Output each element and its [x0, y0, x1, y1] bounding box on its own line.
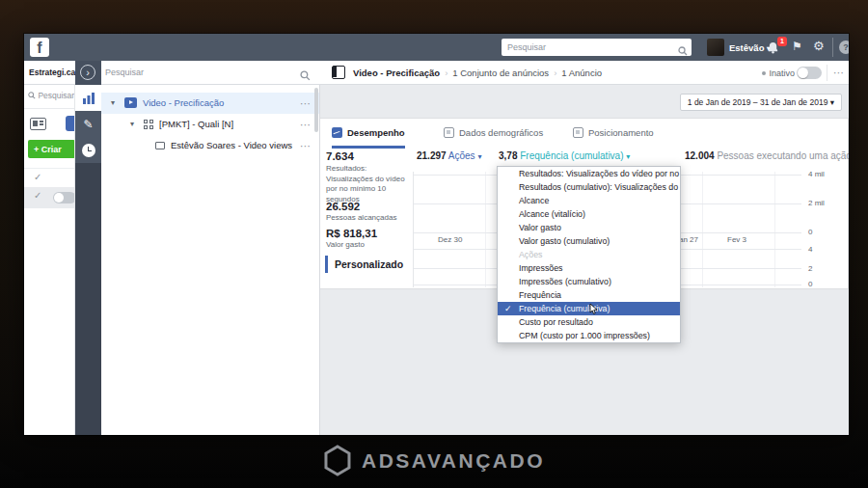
y-axis-tick: 4 mil — [808, 170, 825, 178]
dropdown-item[interactable]: Resultados: Visualizações do vídeo por n… — [498, 167, 680, 180]
more-options-button[interactable]: ⋯ — [300, 93, 312, 114]
tree-search-input[interactable] — [105, 63, 298, 82]
user-menu[interactable]: Estêvão ▾ — [729, 42, 771, 53]
dropdown-item[interactable]: Resultados (cumulativo): Visualizações d… — [498, 180, 680, 194]
campaign-folder-icon — [124, 97, 137, 108]
x-axis-tick: Fev 3 — [727, 235, 746, 244]
subheader-row: Estrategi.ca › Video - Precificação›1 Co… — [24, 61, 849, 85]
dropdown-item[interactable]: Impressões — [498, 261, 680, 275]
tree-item-ad[interactable]: Estêvão Soares - Video views ⋯ — [101, 135, 319, 156]
more-options-button[interactable]: ⋯ — [833, 67, 845, 79]
watermark-text: ADSAVANÇADO — [362, 449, 545, 473]
caret-down-icon[interactable]: ▾ — [111, 93, 115, 114]
y-axis-tick: 0 — [808, 280, 812, 288]
dropdown-item[interactable]: CPM (custo por 1.000 impressões) — [498, 329, 680, 342]
y-axis-tick: 2 — [808, 264, 812, 273]
dropdown-item[interactable]: Impressões (cumulativo) — [498, 275, 680, 288]
chevron-down-icon: ▾ — [477, 152, 481, 161]
custom-metrics-label[interactable]: Personalizado — [325, 256, 403, 273]
date-range-button[interactable]: 1 de Jan de 2019 – 31 de Jan de 2019 ▾ — [680, 94, 842, 111]
global-search-input[interactable] — [502, 39, 692, 56]
divider — [24, 108, 75, 109]
account-name[interactable]: Estrategi.ca — [24, 61, 75, 85]
crumb-sep-icon: › — [445, 68, 448, 78]
y-axis-tick: 2 mil — [808, 199, 825, 207]
flag-icon[interactable]: ⚑ — [792, 40, 802, 53]
dropdown-item[interactable]: Frequência — [498, 288, 680, 302]
more-options-button[interactable]: ⋯ — [300, 135, 312, 156]
breadcrumb-campaign[interactable]: Video - Precificação — [353, 68, 440, 78]
ad-icon — [155, 142, 165, 149]
divider — [827, 65, 827, 81]
ads-manager-window: f Estêvão ▾ 1 ⚑ ⚙ ? Estrategi.ca › — [24, 34, 849, 435]
tree-item-adset[interactable]: ▾ [PMKT] - Quali [N] ⋯ — [101, 114, 319, 135]
expand-panel-icon[interactable]: › — [80, 65, 95, 80]
notification-badge: 1 — [777, 37, 787, 46]
breadcrumb: Video - Precificação›1 Conjunto de anúnc… — [353, 68, 602, 78]
people-metric: 12.004 Pessoas executando uma ação — [685, 150, 849, 161]
dropdown-item-disabled: Ações — [498, 248, 680, 261]
dropdown-item[interactable]: Valor gasto — [498, 221, 680, 234]
adset-grid-icon — [144, 120, 153, 129]
caret-down-icon[interactable]: ▾ — [130, 114, 134, 135]
tree-search-cell — [101, 61, 320, 85]
clock-icon — [82, 144, 95, 157]
adsavancado-watermark: ADSAVANÇADO — [323, 445, 545, 476]
campaign-icon — [332, 66, 345, 79]
dropdown-item[interactable]: Custo por resultado — [498, 315, 680, 329]
rail-edit-tab[interactable]: ✎ — [75, 111, 101, 137]
rail-performance-tab[interactable] — [75, 85, 101, 111]
pencil-icon: ✎ — [83, 118, 93, 131]
side-rail: ✎ — [75, 85, 101, 435]
ad-status-toggle[interactable] — [797, 67, 822, 79]
status-dot-icon — [762, 71, 766, 75]
facebook-logo-icon[interactable]: f — [30, 38, 49, 57]
search-icon — [678, 42, 688, 60]
scrollbar[interactable] — [314, 88, 318, 132]
list-row-selected[interactable]: ✓ — [24, 187, 75, 208]
results-label: Resultados: Visualizações do vídeo por n… — [326, 164, 411, 204]
y-axis-tick: 4 — [808, 245, 812, 254]
search-icon — [300, 68, 311, 85]
chart-tab-icon — [332, 127, 342, 138]
tab-dados-demograficos[interactable]: Dados demográficos — [444, 124, 543, 146]
rail-history-tab[interactable] — [75, 137, 101, 163]
help-icon[interactable]: ? — [839, 41, 849, 54]
spend-value: R$ 818,31 — [326, 228, 377, 239]
list-view-icon[interactable] — [30, 118, 46, 130]
breadcrumb-ad[interactable]: 1 Anúncio — [561, 68, 602, 78]
crumb-sep-icon: › — [554, 68, 556, 78]
breadcrumb-adset[interactable]: 1 Conjunto de anúncios — [452, 68, 549, 78]
row-toggle[interactable] — [53, 192, 75, 203]
y-axis-tick: 0 — [808, 228, 812, 236]
reach-label: Pessoas alcançadas — [326, 213, 411, 224]
check-icon: ✓ — [34, 190, 41, 201]
gear-icon[interactable]: ⚙ — [813, 39, 825, 53]
frequency-metric-selector[interactable]: 3,78 Frequência (cumulativa) ▾ — [499, 150, 630, 161]
top-navbar: f Estêvão ▾ 1 ⚑ ⚙ ? — [24, 34, 849, 61]
dropdown-item[interactable]: Alcance (vitalício) — [498, 207, 680, 221]
breadcrumb-bar: Video - Precificação›1 Conjunto de anúnc… — [320, 61, 849, 85]
tree-item-campaign[interactable]: ▾ Video - Precificação ⋯ — [101, 93, 319, 114]
list-row[interactable]: ✓ — [24, 168, 75, 187]
tab-desempenho[interactable]: Desempenho — [332, 124, 405, 146]
metric-dropdown-menu: Resultados: Visualizações do vídeo por n… — [497, 166, 681, 343]
mouse-cursor — [589, 304, 598, 315]
dropdown-item-selected[interactable]: ✓ Frequência (cumulativa) — [498, 302, 680, 315]
tab-posicionamento[interactable]: Posicionamento — [573, 124, 654, 146]
placement-tab-icon — [573, 127, 583, 138]
toggle-knob — [798, 68, 808, 78]
more-options-button[interactable]: ⋯ — [300, 114, 312, 135]
bar-chart-icon — [83, 93, 95, 104]
actions-metric-selector[interactable]: 21.297 Ações ▾ — [417, 150, 481, 161]
create-button[interactable]: + Criar — [28, 140, 75, 158]
avatar[interactable] — [707, 39, 724, 56]
dropdown-item[interactable]: Valor gasto (cumulativo) — [498, 234, 680, 248]
background-list-panel: Pesquisar + Criar ✓ ✓ — [24, 85, 75, 435]
check-icon: ✓ — [504, 302, 512, 315]
campaign-tree-panel: ▾ Video - Precificação ⋯ ▾ [PMKT] - Qual… — [101, 85, 320, 435]
list-search[interactable]: Pesquisar — [28, 91, 74, 100]
dropdown-item[interactable]: Alcance — [498, 194, 680, 207]
ads-manager-icon[interactable] — [66, 116, 75, 131]
chevron-down-icon: ▾ — [626, 152, 630, 161]
